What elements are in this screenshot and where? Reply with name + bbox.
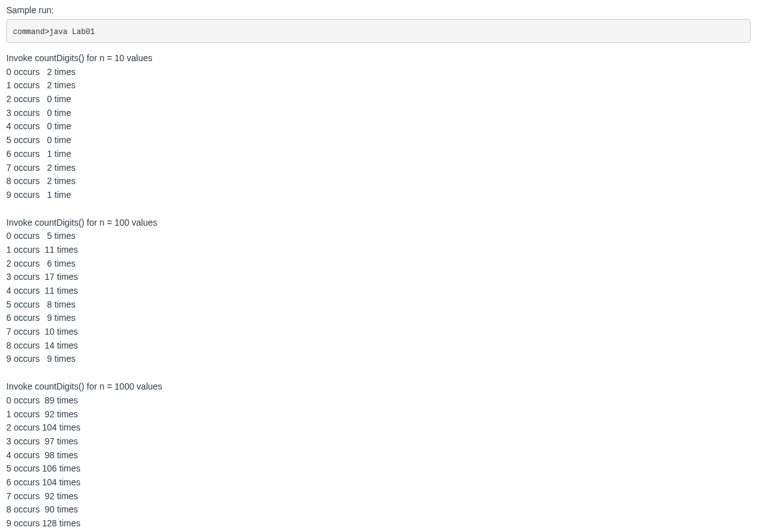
output-row: 7 occurs 10 times — [6, 325, 751, 339]
group-header: Invoke countDigits() for n = 10 values — [6, 52, 751, 66]
output-row: 6 occurs 9 times — [6, 311, 751, 325]
output-row: 9 occurs 1 time — [6, 188, 751, 202]
output-group: Invoke countDigits() for n = 100 values0… — [6, 216, 751, 367]
output-row: 7 occurs 92 times — [6, 490, 751, 504]
output-row: 3 occurs 17 times — [6, 270, 751, 284]
output-row: 5 occurs 0 time — [6, 134, 751, 147]
command-code-block: command>java Lab01 — [6, 19, 751, 43]
output-group: Invoke countDigits() for n = 10 values0 … — [6, 52, 751, 202]
output-row: 3 occurs 97 times — [6, 435, 751, 449]
output-row: 8 occurs 14 times — [6, 339, 751, 353]
output-row: 1 occurs 2 times — [6, 79, 751, 93]
program-output: Invoke countDigits() for n = 10 values0 … — [6, 52, 751, 531]
output-row: 8 occurs 90 times — [6, 503, 751, 517]
output-row: 6 occurs 1 time — [6, 147, 751, 161]
output-group: Invoke countDigits() for n = 1000 values… — [6, 380, 751, 531]
output-row: 0 occurs 5 times — [6, 229, 751, 243]
output-row: 8 occurs 2 times — [6, 175, 751, 188]
output-row: 1 occurs 11 times — [6, 243, 751, 257]
output-row: 0 occurs 89 times — [6, 394, 751, 408]
group-header: Invoke countDigits() for n = 100 values — [6, 216, 751, 230]
output-row: 2 occurs 0 time — [6, 93, 751, 107]
output-row: 2 occurs 6 times — [6, 257, 751, 271]
output-row: 4 occurs 11 times — [6, 284, 751, 298]
sample-run-label: Sample run: — [6, 5, 751, 15]
command-code: command>java Lab01 — [13, 28, 95, 37]
output-row: 7 occurs 2 times — [6, 161, 751, 175]
output-row: 0 occurs 2 times — [6, 66, 751, 79]
output-row: 9 occurs 128 times — [6, 517, 751, 531]
group-header: Invoke countDigits() for n = 1000 values — [6, 380, 751, 394]
output-row: 4 occurs 98 times — [6, 449, 751, 463]
output-row: 2 occurs 104 times — [6, 421, 751, 435]
output-row: 6 occurs 104 times — [6, 476, 751, 490]
output-row: 3 occurs 0 time — [6, 107, 751, 120]
output-row: 5 occurs 106 times — [6, 462, 751, 476]
output-row: 4 occurs 0 time — [6, 120, 751, 134]
output-row: 9 occurs 9 times — [6, 352, 751, 366]
output-row: 1 occurs 92 times — [6, 408, 751, 422]
output-row: 5 occurs 8 times — [6, 298, 751, 312]
